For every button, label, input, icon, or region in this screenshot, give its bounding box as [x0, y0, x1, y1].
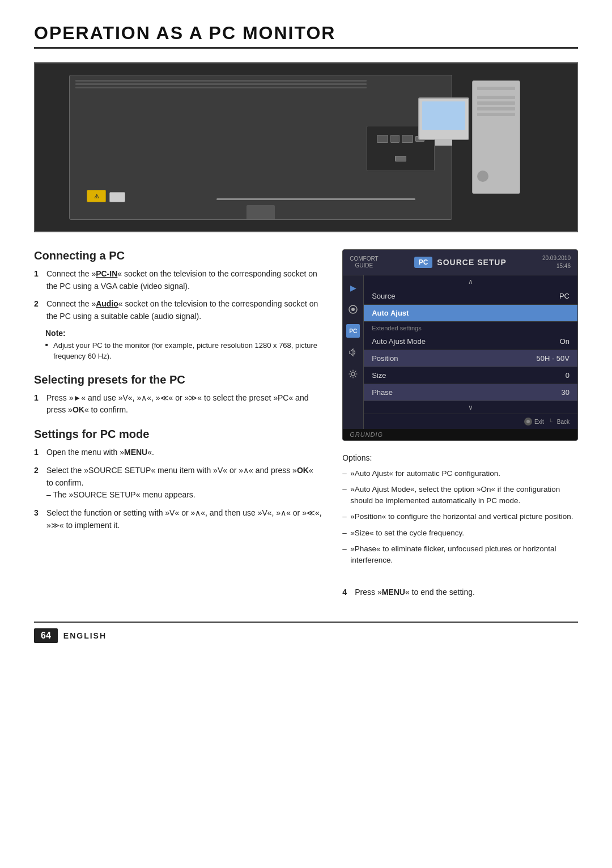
note-label: Note:	[45, 329, 322, 338]
note-item: Adjust your PC to the monitor (for examp…	[45, 340, 322, 362]
source-setup-text: SOURCE SETUP	[437, 258, 506, 267]
right-column: COMFORTGUIDE PC SOURCE SETUP 20.09.2010 …	[342, 249, 578, 605]
list-item: »Auto Ajust« for automatic PC configurat…	[342, 468, 578, 479]
tv-menu-header: COMFORTGUIDE PC SOURCE SETUP 20.09.2010 …	[343, 250, 577, 275]
list-item: 1 Connect the »PC-IN« socket on the tele…	[34, 268, 322, 292]
ok-button-icon	[524, 418, 532, 426]
arrow-up: ∧	[364, 275, 577, 288]
menu-row-position: Position 50H - 50V	[364, 350, 577, 367]
hero-image: ⚠	[34, 62, 578, 232]
source-setup-label: PC SOURCE SETUP	[414, 257, 507, 268]
menu-row-phase: Phase 30	[364, 384, 577, 401]
pc-badge: PC	[414, 257, 433, 268]
page-footer: 64 ENGLISH	[34, 622, 578, 643]
options-list: »Auto Ajust« for automatic PC configurat…	[342, 468, 578, 567]
menu-icon-source: ▶	[346, 281, 360, 295]
back-label: Back	[557, 419, 570, 425]
list-item: »Auto Ajust Mode«, select the option »On…	[342, 484, 578, 507]
list-item: 1 Open the menu with »MENU«.	[34, 446, 322, 459]
options-label: Options:	[342, 452, 578, 465]
main-content: Connecting a PC 1 Connect the »PC-IN« so…	[34, 249, 578, 605]
connecting-pc-list: 1 Connect the »PC-IN« socket on the tele…	[34, 268, 322, 323]
settings-pc-heading: Settings for PC mode	[34, 428, 322, 441]
comfort-guide-label: COMFORTGUIDE	[350, 256, 378, 269]
list-item: 2 Select the »SOURCE SETUP« menu item wi…	[34, 465, 322, 501]
page-title: OPERATION AS A PC MONITOR	[34, 23, 578, 49]
tv-menu-icons-panel: ▶ PC	[343, 275, 364, 429]
selecting-presets-list: 1 Press »►« and use »V«, »∧«, »≪« or »≫«…	[34, 392, 322, 416]
menu-row-extended-settings: Extended settings	[364, 322, 577, 333]
settings-pc-list: 1 Open the menu with »MENU«. 2 Select th…	[34, 446, 322, 531]
tv-menu-sidebar: ▶ PC	[343, 275, 577, 429]
menu-icon-pc: PC	[346, 324, 360, 338]
page-number: 64	[34, 628, 58, 643]
connecting-pc-heading: Connecting a PC	[34, 249, 322, 262]
menu-icon-sound	[346, 346, 360, 359]
note-block: Note: Adjust your PC to the monitor (for…	[45, 329, 322, 362]
exit-label: Exit	[534, 419, 544, 425]
options-section: Options: »Auto Ajust« for automatic PC c…	[342, 452, 578, 571]
menu-row-auto-ajust: Auto Ajust	[364, 305, 577, 322]
tv-menu-content: ∧ Source PC Auto Ajust Extended settings	[364, 275, 577, 429]
menu-row-source: Source PC	[364, 288, 577, 305]
footer-language: ENGLISH	[63, 631, 107, 640]
menu-icon-picture	[346, 303, 360, 316]
selecting-presets-heading: Selecting presets for the PC	[34, 373, 322, 386]
svg-point-1	[351, 308, 355, 311]
menu-row-size: Size 0	[364, 367, 577, 384]
list-item: »Phase« to eliminate flicker, unfocused …	[342, 543, 578, 567]
menu-row-auto-ajust-mode: Auto Ajust Mode On	[364, 333, 577, 350]
step4-list: 4 Press »MENU« to end the setting.	[342, 586, 578, 605]
arrow-down: ∨	[364, 401, 577, 414]
list-item: »Position« to configure the horizontal a…	[342, 511, 578, 522]
left-column: Connecting a PC 1 Connect the »PC-IN« so…	[34, 249, 322, 537]
menu-icon-settings	[346, 367, 360, 381]
list-item: 1 Press »►« and use »V«, »∧«, »≪« or »≫«…	[34, 392, 322, 416]
time-info: 20.09.2010 15:46	[542, 254, 571, 270]
list-item: 4 Press »MENU« to end the setting.	[342, 586, 578, 599]
list-item: »Size« to set the cycle frequency.	[342, 527, 578, 539]
tv-bottom-bar: Exit └ Back	[364, 414, 577, 429]
list-item: 2 Connect the »Audio« socket on the tele…	[34, 298, 322, 322]
tv-menu-ui: COMFORTGUIDE PC SOURCE SETUP 20.09.2010 …	[342, 249, 578, 441]
list-item: 3 Select the function or setting with »V…	[34, 507, 322, 531]
grundig-label: GRUNDIG	[343, 429, 577, 440]
